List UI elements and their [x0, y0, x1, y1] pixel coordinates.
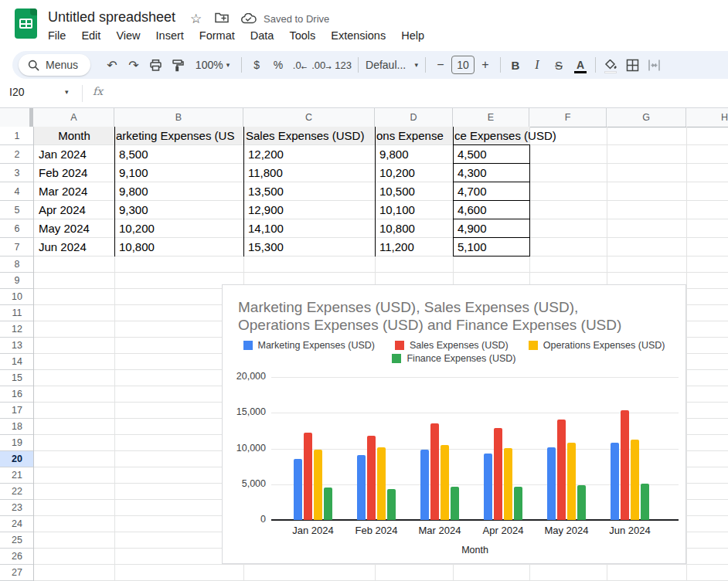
text-color-button[interactable]: A [570, 54, 591, 76]
cell-A3[interactable]: Feb 2024 [39, 164, 87, 182]
legend-item-3[interactable]: Operations Expenses (USD) [529, 340, 665, 351]
menu-help[interactable]: Help [393, 26, 432, 45]
row-header-20[interactable]: 20 [0, 451, 34, 467]
column-header-C[interactable]: C [243, 108, 375, 127]
cell-E1[interactable]: ce Expenses (USD) [454, 127, 556, 145]
column-header-G[interactable]: G [607, 108, 686, 127]
cell-D4[interactable]: 10,500 [379, 182, 415, 201]
cell-B7[interactable]: 10,800 [119, 238, 155, 257]
format-currency-button[interactable]: $ [246, 54, 267, 76]
cell-C1[interactable]: Sales Expenses (USD) [246, 127, 364, 145]
row-header-10[interactable]: 10 [0, 289, 34, 305]
document-title[interactable]: Untitled spreadsheet [48, 9, 175, 25]
cell-E3[interactable]: 4,300 [458, 164, 487, 182]
row-header-4[interactable]: 4 [0, 182, 34, 201]
menu-extensions[interactable]: Extensions [323, 26, 393, 45]
zoom-control[interactable]: 100% ▾ [188, 54, 237, 76]
column-header-H[interactable]: H [686, 108, 728, 127]
cell-A5[interactable]: Apr 2024 [39, 201, 86, 219]
row-header-9[interactable]: 9 [0, 273, 34, 289]
legend-item-2[interactable]: Sales Expenses (USD) [395, 340, 509, 351]
cell-A1[interactable]: Month [34, 127, 114, 145]
undo-button[interactable]: ↶ [101, 54, 123, 76]
row-header-2[interactable]: 2 [0, 145, 34, 164]
cell-B1[interactable]: arketing Expenses (US [116, 127, 234, 145]
borders-button[interactable] [621, 54, 643, 76]
font-family-select[interactable]: Defaul... ▾ [362, 54, 421, 76]
select-all-corner[interactable] [0, 108, 34, 127]
merge-cells-button[interactable] [643, 54, 665, 76]
row-header-14[interactable]: 14 [0, 354, 34, 370]
decrease-font-size-button[interactable]: − [430, 54, 451, 76]
increase-decimal-button[interactable]: .00→ [311, 54, 332, 76]
sheets-logo-icon[interactable] [15, 8, 37, 39]
cell-D1[interactable]: ons Expense [376, 127, 444, 145]
cell-D3[interactable]: 10,200 [379, 164, 415, 182]
menu-file[interactable]: File [40, 26, 73, 45]
legend-item-1[interactable]: Marketing Expenses (USD) [243, 340, 375, 351]
redo-button[interactable]: ↷ [123, 54, 145, 76]
font-size-input[interactable]: 10 [451, 56, 475, 74]
row-header-25[interactable]: 25 [0, 532, 34, 549]
star-icon[interactable]: ☆ [190, 11, 202, 27]
row-header-26[interactable]: 26 [0, 549, 34, 565]
column-header-B[interactable]: B [114, 108, 243, 127]
embedded-chart[interactable]: Marketing Expenses (USD), Sales Expenses… [222, 284, 686, 564]
row-header-19[interactable]: 19 [0, 435, 34, 451]
paint-format-button[interactable] [166, 54, 188, 76]
cell-E2[interactable]: 4,500 [458, 145, 487, 164]
italic-button[interactable]: I [526, 54, 548, 76]
menus-search-button[interactable]: Menus [19, 54, 90, 76]
cell-C2[interactable]: 12,200 [248, 145, 284, 164]
cell-A6[interactable]: May 2024 [39, 219, 90, 238]
menu-tools[interactable]: Tools [281, 26, 323, 45]
cell-C5[interactable]: 12,900 [248, 201, 284, 219]
cell-C3[interactable]: 11,800 [248, 164, 283, 182]
column-header-A[interactable]: A [34, 108, 114, 127]
row-header-22[interactable]: 22 [0, 484, 34, 500]
print-button[interactable] [145, 54, 166, 76]
menu-insert[interactable]: Insert [148, 26, 192, 45]
menu-data[interactable]: Data [243, 26, 282, 45]
row-header-7[interactable]: 7 [0, 238, 34, 257]
fill-color-button[interactable] [600, 54, 621, 76]
column-header-E[interactable]: E [453, 108, 529, 127]
cell-A7[interactable]: Jun 2024 [39, 238, 87, 257]
cell-B2[interactable]: 8,500 [119, 145, 148, 164]
cell-B3[interactable]: 9,100 [119, 164, 148, 182]
menu-edit[interactable]: Edit [73, 26, 108, 45]
row-header-24[interactable]: 24 [0, 516, 34, 532]
row-header-17[interactable]: 17 [0, 403, 34, 419]
cell-E7[interactable]: 5,100 [458, 238, 487, 257]
move-folder-icon[interactable] [215, 12, 229, 27]
cell-B5[interactable]: 9,300 [119, 201, 148, 219]
cell-E4[interactable]: 4,700 [458, 182, 487, 201]
cell-E5[interactable]: 4,600 [458, 201, 487, 219]
menu-view[interactable]: View [108, 26, 148, 45]
cell-D6[interactable]: 10,800 [379, 219, 415, 238]
cell-C6[interactable]: 14,100 [248, 219, 284, 238]
saved-status[interactable]: Saved to Drive [264, 13, 329, 25]
row-header-3[interactable]: 3 [0, 164, 34, 182]
row-header-27[interactable]: 27 [0, 565, 34, 581]
format-percent-button[interactable]: % [267, 54, 289, 76]
bold-button[interactable]: B [505, 54, 526, 76]
increase-font-size-button[interactable]: + [475, 54, 496, 76]
column-header-F[interactable]: F [529, 108, 607, 127]
menu-format[interactable]: Format [192, 26, 243, 45]
chevron-down-icon[interactable]: ▾ [65, 88, 69, 96]
strikethrough-button[interactable]: S [548, 54, 570, 76]
row-header-6[interactable]: 6 [0, 219, 34, 238]
legend-item-4[interactable]: Finance Expenses (USD) [392, 353, 515, 364]
row-header-23[interactable]: 23 [0, 500, 34, 516]
column-header-D[interactable]: D [375, 108, 453, 127]
row-header-5[interactable]: 5 [0, 201, 34, 219]
cell-C7[interactable]: 15,300 [248, 238, 284, 257]
cell-A4[interactable]: Mar 2024 [39, 182, 87, 201]
row-header-21[interactable]: 21 [0, 467, 34, 484]
cell-E6[interactable]: 4,900 [458, 219, 487, 238]
name-box[interactable]: I20 [9, 86, 24, 98]
row-header-1[interactable]: 1 [0, 127, 34, 145]
row-header-15[interactable]: 15 [0, 370, 34, 386]
cell-D7[interactable]: 11,200 [379, 238, 414, 257]
